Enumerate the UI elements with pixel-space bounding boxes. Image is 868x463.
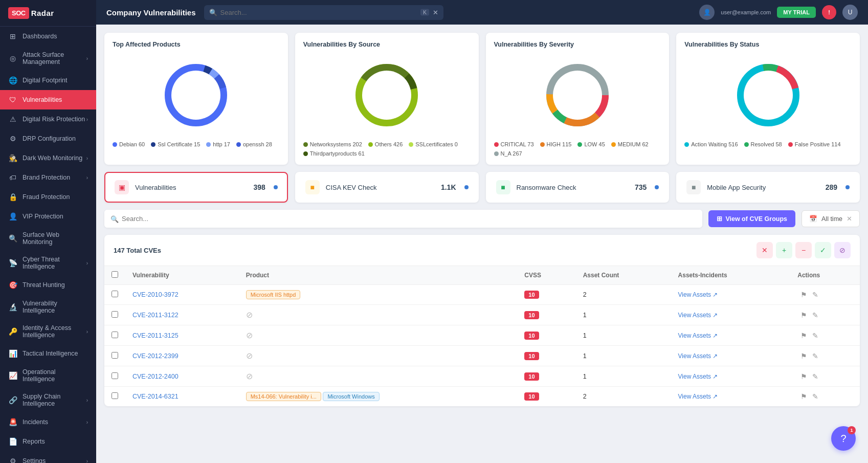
legend-item: Others 426 (368, 141, 403, 147)
cve-link[interactable]: CVE-2012-2399 (132, 352, 179, 360)
tab-vulnerabilities[interactable]: ▣ Vulnerabilities 398 (104, 172, 288, 203)
sidebar-icon-drp-config: ⚙ (8, 134, 17, 143)
action-flag-icon[interactable]: ⚑ (800, 352, 807, 360)
sidebar-item-operational-intel[interactable]: 📈 Operational Intelligence (0, 363, 96, 388)
action-flag-icon[interactable]: ⚑ (800, 311, 807, 319)
sidebar-item-dashboards[interactable]: ⊞ Dashboards (0, 27, 96, 46)
notification-badge[interactable]: ! (822, 5, 836, 19)
chart-title-products: Top Affected Products (113, 41, 280, 48)
chart-title-severity: Vulnerabilities By Severity (494, 41, 661, 48)
row-product: ⊘ (239, 305, 518, 325)
sidebar-item-fraud-protection[interactable]: 🔒 Fraud Protection (0, 187, 96, 207)
action-flag-icon[interactable]: ⚑ (800, 392, 807, 401)
row-cvss: 10 (517, 325, 575, 346)
row-checkbox[interactable] (112, 311, 118, 318)
sidebar-icon-incidents: 🚨 (8, 417, 17, 427)
filter-search-input[interactable] (104, 210, 702, 228)
sidebar-item-vip-protection[interactable]: 👤 VIP Protection (0, 207, 96, 226)
action-edit-icon[interactable]: ✎ (812, 392, 818, 401)
view-cve-groups-button[interactable]: ⊞ View of CVE Groups (708, 210, 795, 227)
sidebar-item-cyber-threat[interactable]: 📡 Cyber Threat Intelligence › (0, 251, 96, 275)
sidebar-item-threat-hunting[interactable]: 🎯 Threat Hunting (0, 275, 96, 295)
action-edit-icon[interactable]: ✎ (812, 291, 818, 299)
action-flag-icon[interactable]: ⚑ (800, 372, 807, 381)
svg-point-4 (171, 71, 220, 120)
table-row: CVE-2011-3125 ⊘ 10 1 View Assets ↗ ⚑ ✎ (104, 325, 860, 346)
topbar-search-input[interactable] (204, 5, 443, 20)
action-flag-icon[interactable]: ⚑ (800, 332, 807, 340)
sidebar-item-drp-config[interactable]: ⚙ DRP Configuration (0, 129, 96, 148)
search-clear-icon[interactable]: ✕ (433, 9, 438, 16)
action-edit-icon[interactable]: ✎ (812, 311, 818, 319)
sidebar-item-surface-web[interactable]: 🔍 Surface Web Monitoring (0, 226, 96, 251)
chat-button[interactable]: ? 1 (831, 426, 856, 451)
row-checkbox[interactable] (112, 392, 118, 399)
row-checkbox[interactable] (112, 352, 118, 359)
row-checkbox[interactable] (112, 332, 118, 338)
cve-link[interactable]: CVE-2011-3125 (132, 332, 179, 339)
table-action-more-button[interactable]: ⊘ (834, 242, 851, 258)
row-cve-id: CVE-2010-3972 (125, 285, 239, 305)
tab-dot-ransomware (655, 185, 659, 189)
row-checkbox-cell (104, 305, 125, 325)
top-affected-products-card: Top Affected Products Debian 60 Ssl Cert… (104, 33, 288, 165)
tab-icon-mobile: ■ (686, 180, 701, 194)
cve-link[interactable]: CVE-2010-3972 (132, 291, 179, 298)
cve-link[interactable]: CVE-2014-6321 (132, 393, 179, 400)
view-assets-link[interactable]: View Assets ↗ (678, 352, 718, 360)
table-action-confirm-button[interactable]: ✓ (815, 242, 831, 258)
table-action-remove-button[interactable]: − (795, 242, 812, 258)
row-cvss: 10 (517, 285, 575, 305)
table-row: CVE-2010-3972 Microsoft IIS httpd 10 2 V… (104, 285, 860, 305)
row-checkbox[interactable] (112, 372, 118, 379)
view-assets-link[interactable]: View Assets ↗ (678, 291, 718, 298)
sidebar-item-vuln-intel[interactable]: 🔬 Vulnerability Intelligence (0, 295, 96, 319)
sidebar-item-digital-footprint[interactable]: 🌐 Digital Footprint (0, 71, 96, 90)
sidebar-item-brand-protection[interactable]: 🏷 Brand Protection › (0, 168, 96, 187)
tab-mobile-app[interactable]: ■ Mobile App Security 289 (676, 172, 860, 203)
sidebar-item-digital-risk[interactable]: ⚠ Digital Risk Protection › (0, 109, 96, 129)
sidebar-item-settings[interactable]: ⚙ Settings › (0, 451, 96, 463)
sidebar-item-attack-surface[interactable]: ◎ Attack Surface Management › (0, 46, 96, 71)
action-edit-icon[interactable]: ✎ (812, 352, 818, 360)
tab-label-ransomware: Ransomware Check (517, 184, 629, 191)
cve-link[interactable]: CVE-2011-3122 (132, 312, 179, 319)
sidebar-item-vulnerabilities[interactable]: 🛡 Vulnerabilities (0, 90, 96, 109)
trial-button[interactable]: MY TRIAL (777, 7, 816, 18)
k-shortcut-badge: K (420, 9, 429, 16)
tab-ransomware[interactable]: ■ Ransomware Check 735 (486, 172, 670, 203)
time-filter-dropdown[interactable]: 📅 All time ✕ (802, 210, 860, 227)
row-checkbox[interactable] (112, 291, 118, 297)
sidebar-label-tactical-intel: Tactical Intelligence (23, 350, 88, 357)
action-flag-icon[interactable]: ⚑ (800, 291, 807, 299)
sidebar-item-dark-web[interactable]: 🕵 Dark Web Monitoring › (0, 148, 96, 168)
cve-link[interactable]: CVE-2012-2400 (132, 373, 179, 380)
action-edit-icon[interactable]: ✎ (812, 372, 818, 381)
action-edit-icon[interactable]: ✎ (812, 332, 818, 340)
sidebar-item-reports[interactable]: 📄 Reports (0, 432, 96, 451)
select-all-checkbox[interactable] (112, 271, 118, 278)
sidebar-item-identity-access[interactable]: 🔑 Identity & Access Intelligence › (0, 319, 96, 344)
view-assets-link[interactable]: View Assets ↗ (678, 393, 718, 400)
legend-item: Ssl Certificate 15 (151, 141, 200, 147)
table-action-add-button[interactable]: + (776, 242, 792, 258)
legend-item: Resolved 58 (744, 141, 782, 147)
user-avatar[interactable]: U (842, 5, 858, 20)
sidebar-icon-dark-web: 🕵 (8, 153, 17, 163)
chevron-icon-supply-chain: › (86, 398, 88, 403)
table-action-reject-button[interactable]: ✕ (756, 242, 773, 258)
view-assets-link[interactable]: View Assets ↗ (678, 312, 718, 319)
row-checkbox-cell (104, 346, 125, 366)
row-checkbox-cell (104, 366, 125, 387)
sidebar-item-incidents[interactable]: 🚨 Incidents › (0, 412, 96, 432)
row-cvss: 10 (517, 387, 575, 407)
sidebar-item-supply-chain[interactable]: 🔗 Supply Chain Intelligence › (0, 388, 96, 412)
view-assets-link[interactable]: View Assets ↗ (678, 332, 718, 339)
sidebar-icon-fraud-protection: 🔒 (8, 192, 17, 202)
time-filter-clear-icon[interactable]: ✕ (847, 215, 852, 223)
calendar-icon: 📅 (809, 215, 817, 223)
view-assets-link[interactable]: View Assets ↗ (678, 373, 718, 380)
tab-cisa-kev[interactable]: ■ CISA KEV Check 1.1K (295, 172, 479, 203)
table-row: CVE-2011-3122 ⊘ 10 1 View Assets ↗ ⚑ ✎ (104, 305, 860, 325)
sidebar-item-tactical-intel[interactable]: 📊 Tactical Intelligence (0, 344, 96, 363)
